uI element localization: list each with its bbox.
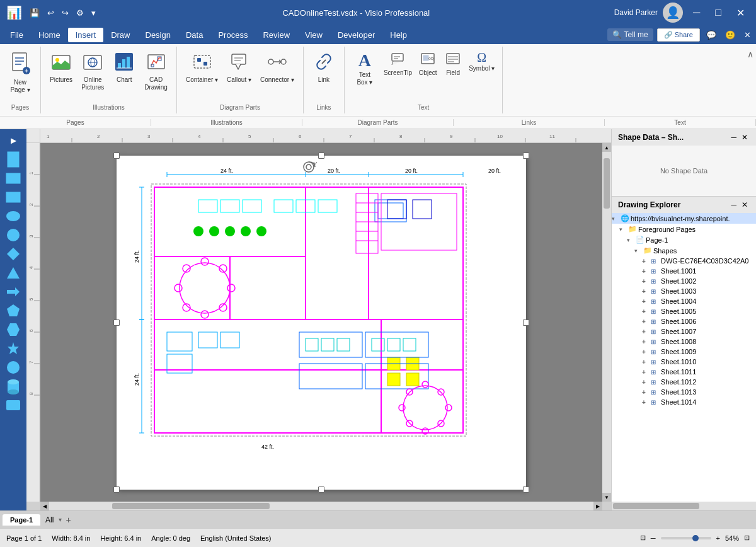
tree-view[interactable]: ▾🌐 https://bvisualnet-my.sharepoint.▾📁 F… [612, 213, 756, 502]
handle-top-right[interactable] [523, 153, 529, 159]
tree-item-dwg[interactable]: +⊞ DWG-EC76E4C03D3C42A0 [612, 256, 756, 266]
tree-item-fg-pages[interactable]: ▾📁 Foreground Pages [612, 224, 756, 234]
drawing-canvas[interactable]: 24 ft. 20 ft. 20 ft. 20 ft. 24 ft. [40, 143, 602, 502]
drawing-explorer-minimize[interactable]: ─ [729, 200, 738, 209]
redo-button[interactable]: ↪ [59, 7, 71, 19]
tree-item-sheet1005[interactable]: +⊞ Sheet.1005 [612, 306, 756, 316]
shape-rect-2[interactable] [3, 188, 23, 206]
handle-top-mid[interactable] [318, 153, 324, 159]
shape-hexagon[interactable] [3, 321, 23, 338]
menu-draw[interactable]: Draw [103, 28, 137, 42]
symbol-button[interactable]: Ω Symbol ▾ [466, 49, 497, 74]
shape-diamond[interactable] [3, 245, 23, 263]
menu-home[interactable]: Home [31, 28, 68, 42]
menu-review[interactable]: Review [255, 28, 297, 42]
text-box-button[interactable]: A TextBox ▾ [350, 49, 380, 89]
handle-top-left[interactable] [113, 153, 120, 159]
tree-item-sheet1008[interactable]: +⊞ Sheet.1008 [612, 337, 756, 347]
connector-button[interactable]: Connector ▾ [256, 49, 298, 86]
page-tab-1[interactable]: Page-1 [3, 514, 40, 526]
tree-item-sheet1004[interactable]: +⊞ Sheet.1004 [612, 296, 756, 306]
vertical-scrollbar[interactable]: ▲ ▼ [602, 143, 611, 502]
tree-item-sheet1003[interactable]: +⊞ Sheet.1003 [612, 286, 756, 296]
menu-insert[interactable]: Insert [68, 28, 104, 42]
tree-item-sheet1010[interactable]: +⊞ Sheet.1010 [612, 357, 756, 367]
link-button[interactable]: Link [309, 49, 339, 86]
screentip-button[interactable]: ScreenTip [381, 49, 415, 79]
zoom-slider[interactable] [661, 537, 711, 539]
tree-item-sheet1007[interactable]: +⊞ Sheet.1007 [612, 326, 756, 337]
menu-process[interactable]: Process [210, 28, 255, 42]
tree-item-sheet1013[interactable]: +⊞ Sheet.1013 [612, 387, 756, 397]
scroll-thumb-horizontal[interactable] [112, 503, 270, 509]
menu-file[interactable]: File [3, 28, 31, 42]
scroll-up-button[interactable]: ▲ [602, 143, 611, 152]
pictures-button[interactable]: Pictures [46, 49, 76, 86]
menu-design[interactable]: Design [138, 28, 178, 42]
shape-rect-3[interactable] [3, 396, 23, 414]
cad-drawing-button[interactable]: CADDrawing [140, 49, 171, 94]
add-page-button[interactable]: + [63, 515, 73, 525]
scroll-down-button[interactable]: ▼ [602, 493, 611, 502]
tree-item-sheet1011[interactable]: +⊞ Sheet.1011 [612, 367, 756, 377]
all-dropdown-icon[interactable]: ▾ [59, 516, 62, 523]
menu-developer[interactable]: Developer [330, 28, 382, 42]
drawing-explorer-close[interactable]: ✕ [740, 200, 750, 209]
online-pictures-button[interactable]: OnlinePictures [77, 49, 108, 94]
tree-item-sheet1014[interactable]: +⊞ Sheet.1014 [612, 397, 756, 407]
menu-data[interactable]: Data [178, 28, 210, 42]
handle-bottom-left[interactable] [113, 487, 120, 493]
shape-ellipse-1[interactable] [3, 207, 23, 225]
scroll-left-button[interactable]: ◀ [40, 502, 49, 510]
field-button[interactable]: Field [441, 49, 465, 79]
object-button[interactable]: obj Object [416, 49, 440, 79]
handle-bottom-right[interactable] [523, 487, 529, 493]
shape-arrow[interactable] [3, 283, 23, 301]
shape-star[interactable] [3, 340, 23, 357]
shape-ellipse-2[interactable] [3, 226, 23, 244]
shape-rect-tall[interactable] [3, 151, 23, 168]
window-restore-button[interactable]: □ [710, 4, 726, 21]
menu-help[interactable]: Help [382, 28, 415, 42]
chart-button[interactable]: Chart [109, 49, 139, 86]
shape-data-close[interactable]: ✕ [740, 133, 750, 142]
handle-mid-right[interactable] [523, 320, 529, 326]
tree-item-sheet1009[interactable]: +⊞ Sheet.1009 [612, 347, 756, 357]
shape-data-minimize[interactable]: ─ [729, 133, 738, 142]
more-button[interactable]: ▾ [89, 7, 98, 19]
tree-horizontal-scroll[interactable] [612, 502, 756, 510]
panel-collapse-button[interactable]: ▶ [3, 132, 23, 149]
scroll-thumb-vertical[interactable] [604, 158, 610, 209]
tree-item-root[interactable]: ▾🌐 https://bvisualnet-my.sharepoint. [612, 213, 756, 224]
ribbon-close-button[interactable]: ✕ [742, 29, 753, 41]
shape-ellipse-3[interactable] [3, 359, 23, 376]
window-close-button[interactable]: ✕ [731, 4, 750, 21]
callout-button[interactable]: Callout ▾ [223, 49, 255, 86]
comments-button[interactable]: 💬 [704, 29, 719, 41]
tree-item-sheet1001[interactable]: +⊞ Sheet.1001 [612, 266, 756, 276]
zoom-in-icon[interactable]: + [716, 534, 720, 542]
tree-item-shapes[interactable]: ▾📁 Shapes [612, 245, 756, 256]
emoji-button[interactable]: 🙂 [723, 29, 738, 41]
shape-triangle[interactable] [3, 264, 23, 282]
tree-item-page1[interactable]: ▾📄 Page-1 [612, 234, 756, 245]
shape-rect-wide[interactable] [3, 170, 23, 187]
tree-scroll-thumb[interactable] [613, 503, 699, 509]
ribbon-collapse-icon[interactable]: ∧ [747, 49, 753, 59]
undo-button[interactable]: ↩ [45, 7, 57, 19]
new-page-button[interactable]: + NewPage ▾ [5, 49, 35, 96]
settings-button[interactable]: ⚙ [74, 7, 86, 19]
all-pages-button[interactable]: All [42, 515, 57, 524]
tree-item-sheet1002[interactable]: +⊞ Sheet.1002 [612, 276, 756, 286]
container-button[interactable]: Container ▾ [182, 49, 222, 86]
shape-cylinder[interactable] [3, 377, 23, 395]
scroll-right-button[interactable]: ▶ [593, 502, 602, 510]
handle-mid-left[interactable] [113, 320, 120, 326]
share-button[interactable]: 🔗 Share [657, 28, 700, 42]
menu-view[interactable]: View [297, 28, 330, 42]
save-button[interactable]: 💾 [27, 7, 42, 19]
fit-page-icon[interactable]: ⊡ [744, 534, 750, 542]
zoom-out-icon[interactable]: ─ [651, 534, 656, 542]
window-minimize-button[interactable]: ─ [688, 4, 705, 21]
shape-pentagon[interactable] [3, 302, 23, 320]
